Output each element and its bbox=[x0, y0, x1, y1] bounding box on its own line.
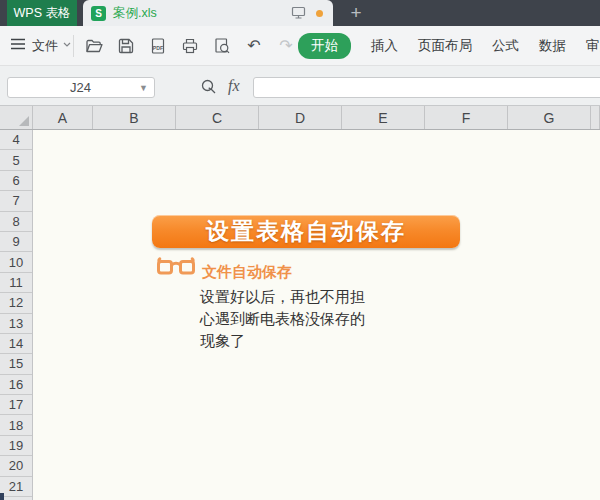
file-menu[interactable]: 文件 bbox=[10, 26, 72, 66]
chevron-down-icon bbox=[62, 35, 72, 57]
open-folder-icon[interactable] bbox=[84, 36, 104, 56]
print-preview-icon[interactable] bbox=[212, 36, 232, 56]
wps-brand-button[interactable]: WPS 表格 bbox=[7, 0, 77, 26]
row-header-18[interactable]: 18 bbox=[0, 415, 32, 435]
cell-name-box[interactable]: J24 ▼ bbox=[7, 77, 155, 98]
row-header-16[interactable]: 16 bbox=[0, 375, 32, 395]
row-header-13[interactable]: 13 bbox=[0, 314, 32, 334]
ribbon-tab-审阅[interactable]: 审阅 bbox=[586, 37, 600, 55]
file-menu-label: 文件 bbox=[32, 37, 58, 55]
column-header-G[interactable]: G bbox=[508, 106, 591, 129]
bottom-left-artifact bbox=[0, 493, 4, 500]
column-headers: ABCDEFG bbox=[0, 106, 600, 130]
namebox-caret-icon[interactable]: ▼ bbox=[139, 83, 154, 93]
menubar: 文件 PDF↶↷ 开始插入页面布局公式数据审阅 bbox=[0, 26, 600, 66]
fx-icon[interactable]: fx bbox=[228, 77, 240, 95]
column-header-filler bbox=[591, 106, 600, 129]
undo-icon[interactable]: ↶ bbox=[244, 36, 264, 56]
column-header-D[interactable]: D bbox=[259, 106, 342, 129]
select-all-triangle-icon bbox=[19, 116, 29, 126]
body-text: 设置好以后，再也不用担 心遇到断电表格没保存的 现象了 bbox=[200, 286, 365, 352]
glasses-icon bbox=[155, 255, 197, 287]
row-header-5[interactable]: 5 bbox=[0, 150, 32, 170]
row-headers: 45678910111213141516171819202122 bbox=[0, 130, 33, 500]
section-heading: 文件自动保存 bbox=[202, 263, 292, 282]
ribbon-tab-数据[interactable]: 数据 bbox=[539, 37, 566, 55]
document-tab[interactable]: S 案例.xls bbox=[83, 0, 333, 26]
banner-title: 设置表格自动保存 bbox=[206, 216, 406, 247]
row-header-11[interactable]: 11 bbox=[0, 273, 32, 293]
hamburger-icon bbox=[10, 37, 26, 55]
formula-input[interactable] bbox=[253, 77, 600, 98]
column-header-A[interactable]: A bbox=[33, 106, 93, 129]
unsaved-dot-icon bbox=[316, 10, 323, 17]
row-header-15[interactable]: 15 bbox=[0, 354, 32, 374]
wps-sheet-icon: S bbox=[91, 6, 106, 21]
row-header-10[interactable]: 10 bbox=[0, 252, 32, 272]
toolbar-divider bbox=[73, 35, 74, 57]
select-all-corner[interactable] bbox=[0, 106, 33, 129]
redo-icon[interactable]: ↷ bbox=[276, 36, 296, 56]
ribbon-tabs: 开始插入页面布局公式数据审阅 bbox=[298, 26, 600, 66]
new-tab-button[interactable]: + bbox=[344, 1, 368, 25]
column-header-B[interactable]: B bbox=[93, 106, 176, 129]
document-tab-title: 案例.xls bbox=[113, 5, 291, 22]
column-header-E[interactable]: E bbox=[342, 106, 425, 129]
share-monitor-icon[interactable] bbox=[291, 6, 306, 20]
svg-text:PDF: PDF bbox=[153, 45, 163, 51]
row-header-12[interactable]: 12 bbox=[0, 293, 32, 313]
column-header-F[interactable]: F bbox=[425, 106, 508, 129]
print-icon[interactable] bbox=[180, 36, 200, 56]
quick-access-toolbar: PDF↶↷ bbox=[84, 26, 328, 66]
row-header-6[interactable]: 6 bbox=[0, 171, 32, 191]
row-header-17[interactable]: 17 bbox=[0, 395, 32, 415]
row-header-21[interactable]: 21 bbox=[0, 477, 32, 497]
row-header-7[interactable]: 7 bbox=[0, 191, 32, 211]
save-icon[interactable] bbox=[116, 36, 136, 56]
search-icon[interactable] bbox=[200, 78, 217, 99]
row-header-20[interactable]: 20 bbox=[0, 456, 32, 476]
titlebar: WPS 表格 S 案例.xls + bbox=[0, 0, 600, 26]
banner: 设置表格自动保存 bbox=[152, 215, 460, 248]
body-line: 心遇到断电表格没保存的 bbox=[200, 308, 365, 330]
formula-bar: J24 ▼ fx bbox=[0, 66, 600, 106]
export-pdf-icon[interactable]: PDF bbox=[148, 36, 168, 56]
ribbon-tab-公式[interactable]: 公式 bbox=[492, 37, 519, 55]
ribbon-tab-开始[interactable]: 开始 bbox=[298, 33, 351, 59]
ribbon-tab-插入[interactable]: 插入 bbox=[371, 37, 398, 55]
row-header-8[interactable]: 8 bbox=[0, 212, 32, 232]
ribbon-tab-页面布局[interactable]: 页面布局 bbox=[418, 37, 472, 55]
row-header-4[interactable]: 4 bbox=[0, 130, 32, 150]
row-header-9[interactable]: 9 bbox=[0, 232, 32, 252]
body-line: 设置好以后，再也不用担 bbox=[200, 286, 365, 308]
cell-reference: J24 bbox=[8, 80, 139, 95]
body-line: 现象了 bbox=[200, 330, 365, 352]
row-header-19[interactable]: 19 bbox=[0, 436, 32, 456]
row-header-14[interactable]: 14 bbox=[0, 334, 32, 354]
column-header-C[interactable]: C bbox=[176, 106, 259, 129]
